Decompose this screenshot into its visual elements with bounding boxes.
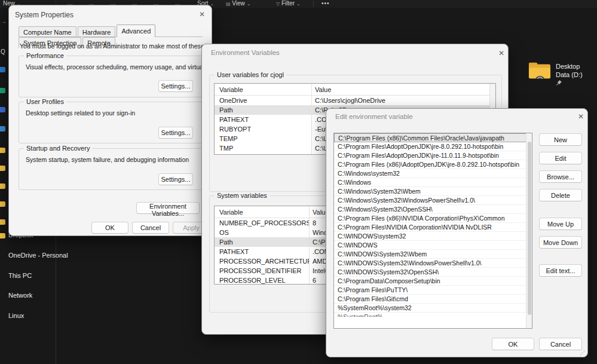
var-name: NUMBER_OF_PROCESSORS [215, 218, 309, 228]
scrollbar-thumb[interactable] [528, 142, 531, 315]
tab-computer-name[interactable]: Computer Name [19, 26, 76, 37]
path-item-selected[interactable]: C:\Program Files (x86)\Common Files\Orac… [334, 133, 532, 142]
folder-icon[interactable] [0, 148, 5, 153]
sidebar-item-this-pc[interactable]: This PC [8, 272, 32, 279]
filter-menu-button[interactable]: ▽ Filter ⌄ [276, 0, 301, 7]
path-item[interactable]: C:\Program Files (x86)\NVIDIA Corporatio… [334, 214, 532, 223]
close-icon[interactable]: ✕ [578, 112, 584, 121]
group-title: System variables [215, 192, 270, 199]
edit-environment-variable-dialog: Edit environment variable ✕ C:\Program F… [326, 108, 588, 357]
group-desc: System startup, system failure, and debu… [26, 156, 189, 163]
path-item[interactable]: C:\Program Files\NVIDIA Corporation\NVID… [334, 223, 532, 232]
path-item[interactable]: C:\Program Files\AdoptOpenJDK\jre-8.0.29… [334, 142, 532, 151]
dialog-title: System Properties [15, 11, 74, 19]
group-desc: Desktop settings related to your sign-in [26, 109, 135, 117]
startup-recovery-settings-button[interactable]: Settings... [158, 173, 193, 185]
table-row[interactable]: OneDrive C:\Users\cjogl\OneDrive [215, 96, 495, 105]
downloads-folder-icon[interactable] [0, 88, 5, 93]
pictures-folder-icon[interactable] [0, 126, 5, 131]
documents-folder-icon[interactable] [0, 107, 5, 112]
path-item[interactable]: %SystemRoot%\system32 [334, 304, 532, 313]
desktop-item-label: Desktop [556, 62, 580, 71]
pin-icon [556, 79, 562, 86]
folder-icon[interactable] [0, 166, 5, 171]
column-variable: Variable [215, 206, 309, 218]
close-icon[interactable]: ✕ [199, 10, 205, 19]
column-value: Value [311, 84, 495, 95]
var-name: Path [215, 237, 309, 247]
cancel-button[interactable]: Cancel [539, 338, 582, 350]
path-item[interactable]: C:\Windows\System32\OpenSSH\ [334, 205, 532, 214]
edit-button[interactable]: Edit [539, 152, 582, 164]
path-item[interactable]: C:\WINDOWS\System32\OpenSSH\ [334, 268, 532, 277]
resize-grip[interactable]: ⋰ [580, 350, 584, 356]
path-item[interactable]: C:\Program Files (x86)\AdoptOpenJDK\jre-… [334, 160, 532, 169]
browse-button[interactable]: Browse... [539, 170, 582, 183]
group-title: User Profiles [24, 98, 66, 105]
path-item[interactable]: C:\WINDOWS\System32\WindowsPowerShell\v1… [334, 259, 532, 268]
path-list: C:\Program Files (x86)\Common Files\Orac… [333, 133, 532, 329]
move-up-button[interactable]: Move Up [539, 218, 582, 230]
cancel-button[interactable]: Cancel [132, 222, 169, 234]
group-title: Performance [24, 52, 66, 59]
filter-funnel-icon: ▽ [276, 1, 280, 7]
edit-text-button[interactable]: Edit text... [539, 264, 582, 277]
var-name: RUBYOPT [215, 124, 311, 134]
performance-settings-button[interactable]: Settings... [158, 80, 193, 92]
sidebar-item-onedrive[interactable]: OneDrive - Personal [8, 252, 68, 259]
column-divider [309, 206, 310, 284]
delete-button[interactable]: Delete [539, 189, 582, 201]
path-item[interactable]: C:\Windows\system32 [334, 169, 532, 178]
desktop-data-drive-item[interactable]: Desktop Data (D:) [528, 61, 595, 88]
path-item[interactable]: C:\ProgramData\ComposerSetup\bin [334, 277, 532, 286]
more-options-button[interactable]: ••• [322, 0, 330, 7]
path-item-partial[interactable]: %SystemRoot% [334, 313, 532, 317]
var-name: OneDrive [215, 96, 311, 105]
table-header: Variable Value [215, 84, 495, 96]
tab-advanced[interactable]: Advanced [117, 25, 155, 37]
group-desc: Visual effects, processor scheduling, me… [26, 63, 229, 71]
view-menu-button[interactable]: ▤ View ⌄ [226, 0, 250, 7]
new-button[interactable]: New [539, 133, 582, 146]
desktop-folder-icon[interactable] [0, 67, 5, 72]
dialog-title: Edit environment variable [335, 113, 413, 120]
path-item[interactable]: C:\Program Files\AdoptOpenJDK\jre-11.0.1… [334, 151, 532, 160]
desktop-item-drive-label: Data (D:) [556, 71, 583, 79]
close-icon[interactable]: ✕ [498, 49, 504, 57]
folder-icon[interactable] [0, 183, 5, 189]
sidebar-item-network[interactable]: Network [8, 292, 32, 299]
ok-button[interactable]: OK [492, 338, 534, 350]
var-name: PATHEXT [215, 247, 309, 256]
path-item[interactable]: C:\Windows [334, 178, 532, 187]
var-name: OS [215, 228, 309, 237]
scrollbar[interactable] [526, 133, 532, 328]
var-name: PROCESSOR_IDENTIFIER [215, 266, 309, 276]
view-grid-icon: ▤ [226, 1, 231, 7]
tab-hardware[interactable]: Hardware [78, 26, 116, 37]
path-item[interactable]: C:\WINDOWS\system32 [334, 232, 532, 241]
chevron-down-icon: ⌄ [247, 1, 251, 7]
system-properties-dialog: System Properties ✕ Computer NameHardwar… [8, 5, 212, 236]
desktop-screen: New ⌄ Sort ⌄ ▤ View ⌄ ▽ Filter ⌄ ••• → Q… [0, 0, 597, 364]
sidebar-item-linux[interactable]: Linux [8, 312, 24, 319]
path-item[interactable]: C:\WINDOWS\System32\Wbem [334, 250, 532, 259]
path-item[interactable]: C:\Windows\System32\WindowsPowerShell\v1… [334, 196, 532, 205]
environment-variables-button[interactable]: Environment Variables... [136, 202, 200, 214]
move-down-button[interactable]: Move Down [539, 236, 582, 249]
path-item[interactable]: C:\Windows\System32\Wbem [334, 187, 532, 196]
path-item[interactable]: C:\WINDOWS [334, 241, 532, 250]
folder-icon[interactable] [0, 219, 5, 225]
path-item[interactable]: C:\Program Files\PuTTY\ [334, 286, 532, 295]
folder-icon [528, 61, 551, 80]
var-name: TEMP [215, 134, 311, 143]
user-profiles-settings-button[interactable]: Settings... [158, 127, 193, 139]
forward-arrow-icon[interactable]: → [1, 18, 7, 25]
folder-icon[interactable] [0, 201, 5, 207]
chevron-down-icon: ⌄ [296, 1, 301, 7]
folder-icon[interactable] [0, 233, 5, 238]
group-title: Startup and Recovery [24, 145, 92, 152]
ok-button[interactable]: OK [91, 222, 128, 234]
path-item[interactable]: C:\Program Files\Git\cmd [334, 295, 532, 304]
var-value: C:\Users\cjogl\OneDrive [311, 96, 495, 105]
var-name: PROCESSOR_ARCHITECTURE [215, 256, 309, 266]
